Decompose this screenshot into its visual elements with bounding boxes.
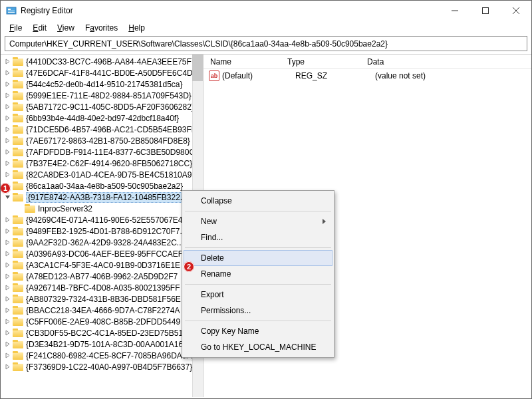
folder-icon	[13, 362, 23, 372]
tree-row[interactable]: {6bb93b4e-44d8-40e2-bd97-42dbcf18a40f}	[1, 112, 203, 124]
close-button[interactable]	[501, 1, 531, 21]
tree-row[interactable]: {F37369D9-1C22-40A0-A997-0B4D5F7B6637}	[1, 361, 203, 372]
folder-icon	[13, 91, 23, 100]
cm-export[interactable]: Export	[184, 287, 332, 303]
chevron-right-icon[interactable]	[3, 92, 11, 100]
chevron-right-icon[interactable]	[3, 80, 11, 88]
folder-icon	[13, 159, 23, 168]
col-data[interactable]: Data	[360, 56, 531, 68]
cm-collapse[interactable]: Collapse	[184, 193, 332, 209]
tree-row[interactable]: {D3E34B21-9D75-101A-8C3D-00AA001A1652}	[1, 338, 203, 350]
chevron-right-icon[interactable]	[3, 318, 11, 326]
cm-find[interactable]: Find...	[184, 229, 332, 245]
folder-icon	[13, 227, 23, 236]
chevron-right-icon[interactable]	[3, 307, 11, 315]
registry-tree[interactable]: {4410DC33-BC7C-496B-AA84-4AEA3EEE75F7}{4…	[1, 55, 203, 374]
chevron-right-icon[interactable]	[3, 340, 11, 348]
cm-rename[interactable]: Rename	[184, 266, 332, 282]
tree-row[interactable]: {F241C880-6982-4CE5-8CF7-7085BA96DA5A}	[1, 350, 203, 361]
chevron-right-icon[interactable]	[3, 329, 11, 337]
tree-row[interactable]: InprocServer32	[1, 203, 203, 214]
value-type: REG_SZ	[289, 70, 368, 82]
chevron-right-icon[interactable]	[3, 114, 11, 122]
chevron-right-icon[interactable]	[3, 239, 11, 247]
tree-row[interactable]: {A926714B-7BFC-4D08-A035-80021395FF	[1, 282, 203, 293]
tree-row[interactable]: {7B37E4E2-C62F-4914-9620-8FB5062718CC}	[1, 158, 203, 169]
tree-row[interactable]: {917E8742-AA3B-7318-FA12-10485FB322...	[1, 192, 203, 203]
chevron-right-icon[interactable]	[3, 58, 11, 66]
chevron-right-icon[interactable]	[3, 148, 11, 156]
tree-row[interactable]: {9489FEB2-1925-4D01-B788-6D912C70F7...	[1, 225, 203, 237]
chevron-right-icon[interactable]	[3, 227, 11, 235]
menu-edit[interactable]: Edit	[28, 23, 51, 33]
tree-row[interactable]: {A3CA1CF4-5F3E-4AC0-91B9-0D3716E1E	[1, 259, 203, 271]
tree-row[interactable]: {47E6DCAF-41F8-441C-BD0E-A50D5FE6C4D1}	[1, 67, 203, 78]
cm-go-to-hklm[interactable]: Go to HKEY_LOCAL_MACHINE	[184, 339, 332, 355]
tree-row[interactable]: {7AFDFDDB-F914-11E4-8377-6C3BE50D980C}	[1, 146, 203, 158]
annotation-callout-1: 1	[0, 183, 11, 194]
tree-row[interactable]: {AB807329-7324-431B-8B36-DBD581F56E	[1, 293, 203, 305]
tree-row[interactable]: {A78ED123-AB77-406B-9962-2A5D9D2F7	[1, 271, 203, 282]
chevron-right-icon[interactable]	[3, 103, 11, 111]
chevron-right-icon[interactable]	[3, 250, 11, 258]
tree-row[interactable]: {C5FF006E-2AE9-408C-B85B-2DFDD5449	[1, 316, 203, 327]
address-bar[interactable]: Computer\HKEY_CURRENT_USER\Software\Clas…	[5, 36, 527, 51]
svg-rect-3	[8, 12, 15, 13]
cm-copy-key-name[interactable]: Copy Key Name	[184, 323, 332, 339]
tree-row[interactable]: {7AE67172-9863-42B1-8750-2B85084FD8E8}	[1, 135, 203, 146]
minimize-button[interactable]	[440, 1, 470, 21]
menubar: File Edit View Favorites Help	[1, 21, 531, 35]
maximize-button[interactable]	[470, 1, 501, 21]
chevron-right-icon[interactable]	[3, 352, 11, 360]
chevron-right-icon[interactable]	[3, 284, 11, 292]
chevron-right-icon[interactable]	[3, 171, 11, 179]
value-row-default[interactable]: ab (Default) REG_SZ (value not set)	[203, 69, 531, 82]
menu-help[interactable]: Help	[124, 23, 150, 33]
tree-row[interactable]: {A0396A93-DC06-4AEF-BEE9-95FFCCAEF...	[1, 248, 203, 259]
folder-icon	[13, 283, 23, 293]
menu-file[interactable]: File	[5, 23, 27, 33]
tree-row[interactable]: {CB3D0F55-BC2C-4C1A-85ED-23ED75B5106B}	[1, 327, 203, 338]
value-name: (Default)	[222, 70, 289, 82]
chevron-right-icon[interactable]	[3, 295, 11, 303]
chevron-down-icon[interactable]	[3, 194, 11, 201]
tree-row[interactable]: {5999E1EE-711E-48D2-9884-851A709F543D}	[1, 90, 203, 101]
menu-favorites[interactable]: Favorites	[80, 23, 122, 33]
chevron-right-icon[interactable]	[3, 261, 11, 269]
tree-row[interactable]: {82CA8DE3-01AD-4CEA-9D75-BE4C51810A9E}	[1, 169, 203, 180]
chevron-right-icon[interactable]	[3, 273, 11, 281]
chevron-right-icon[interactable]	[3, 126, 11, 134]
tree-row[interactable]: {71DCE5D6-4B57-496B-AC21-CD5B54EB93FD}	[1, 124, 203, 135]
tree-label: {A3CA1CF4-5F3E-4AC0-91B9-0D3716E1E	[26, 261, 180, 270]
col-name[interactable]: Name	[203, 56, 281, 68]
tree-row[interactable]: {BBACC218-34EA-4666-9D7A-C78F2274A	[1, 305, 203, 316]
tree-label: {5AB7172C-9C11-405C-8DD5-AF20F3606282}	[26, 102, 194, 112]
cm-sep	[185, 247, 331, 248]
tree-row[interactable]: {9AA2F32D-362A-42D9-9328-24A483E2C...	[1, 237, 203, 248]
chevron-right-icon[interactable]	[3, 69, 11, 77]
chevron-right-icon[interactable]	[3, 363, 11, 371]
scroll-thumb[interactable]	[192, 55, 203, 81]
svg-rect-1	[8, 9, 11, 10]
chevron-right-icon[interactable]	[3, 216, 11, 224]
tree-row[interactable]: {94269C4E-071A-4116-90E6-52E557067E4...	[1, 214, 203, 225]
tree-label: {F241C880-6982-4CE5-8CF7-7085BA96DA5A}	[26, 351, 195, 360]
svg-rect-2	[8, 11, 15, 11]
cm-permissions[interactable]: Permissions...	[184, 303, 332, 319]
menu-view[interactable]: View	[53, 23, 79, 33]
tree-label: {A0396A93-DC06-4AEF-BEE9-95FFCCAEF...	[26, 249, 189, 259]
tree-row[interactable]: {4410DC33-BC7C-496B-AA84-4AEA3EEE75F7}	[1, 56, 203, 67]
folder-icon	[13, 80, 23, 89]
tree-row[interactable]: {5AB7172C-9C11-405C-8DD5-AF20F3606282}	[1, 101, 203, 112]
chevron-right-icon[interactable]	[3, 137, 11, 145]
cm-delete[interactable]: Delete	[184, 250, 332, 266]
folder-icon	[13, 215, 23, 225]
tree-row[interactable]: {86ca1aa0-34aa-4e8b-a509-50c905bae2a2}	[1, 180, 203, 192]
col-type[interactable]: Type	[281, 56, 360, 68]
folder-icon	[13, 170, 23, 180]
chevron-right-icon[interactable]	[3, 160, 11, 168]
tree-label: {47E6DCAF-41F8-441C-BD0E-A50D5FE6C4D1}	[26, 68, 200, 78]
tree-row[interactable]: {544c4c52-de0b-4d14-9510-21745381d5ca}	[1, 78, 203, 90]
cm-new[interactable]: New	[184, 213, 332, 229]
context-menu: Collapse New Find... Delete Rename Expor…	[182, 190, 334, 358]
